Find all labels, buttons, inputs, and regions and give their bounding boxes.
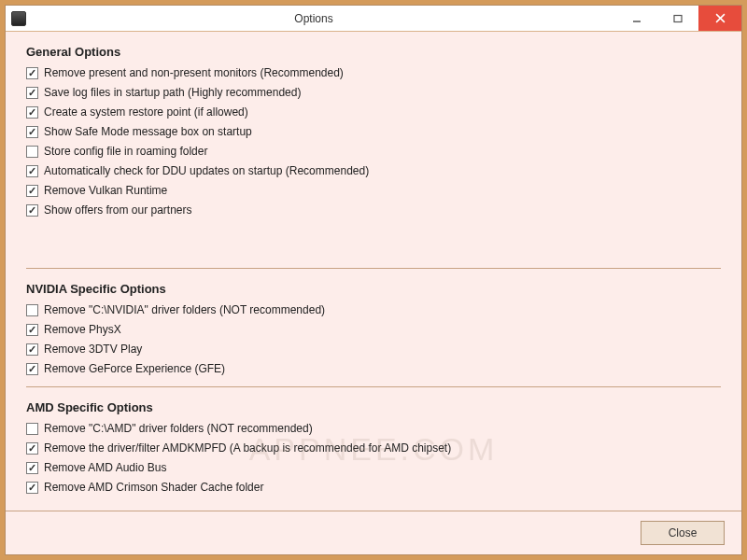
general-option-label: Save log files in startup path (Highly r… <box>44 84 301 101</box>
amd-checkbox[interactable] <box>26 423 38 435</box>
nvidia-checkbox[interactable] <box>26 324 38 336</box>
nvidia-checkbox[interactable] <box>26 363 38 375</box>
general-option-label: Automatically check for DDU updates on s… <box>44 162 369 179</box>
nvidia-section-title: NVIDIA Specific Options <box>26 282 721 296</box>
amd-checkbox[interactable] <box>26 482 38 494</box>
general-checkbox[interactable] <box>26 67 38 79</box>
nvidia-option-row: Remove GeForce Experience (GFE) <box>26 360 721 377</box>
general-option-row: Automatically check for DDU updates on s… <box>26 162 721 179</box>
general-option-row: Store config file in roaming folder <box>26 143 721 160</box>
amd-option-label: Remove AMD Audio Bus <box>44 459 166 476</box>
nvidia-option-row: Remove 3DTV Play <box>26 341 721 357</box>
nvidia-option-label: Remove 3DTV Play <box>44 341 142 357</box>
general-option-row: Remove Vulkan Runtime <box>26 182 721 199</box>
general-option-label: Create a system restore point (if allowe… <box>44 104 248 120</box>
general-checkbox[interactable] <box>26 126 38 138</box>
amd-option-label: Remove AMD Crimson Shader Cache folder <box>44 479 263 496</box>
close-button[interactable]: Close <box>641 521 725 545</box>
amd-option-row: Remove the driver/filter AMDKMPFD (A bac… <box>26 440 721 456</box>
amd-options-group: Remove "C:\AMD" driver folders (NOT reco… <box>26 420 721 496</box>
separator <box>26 386 721 387</box>
nvidia-checkbox[interactable] <box>26 343 38 356</box>
amd-checkbox[interactable] <box>26 462 38 474</box>
maximize-icon <box>673 14 683 23</box>
general-checkbox[interactable] <box>26 146 38 158</box>
options-window: Options General Options Remove present a… <box>5 5 742 555</box>
amd-option-label: Remove the driver/filter AMDKMPFD (A bac… <box>44 440 451 456</box>
nvidia-option-label: Remove "C:\NVIDIA" driver folders (NOT r… <box>44 301 325 318</box>
titlebar: Options <box>6 6 741 32</box>
amd-option-row: Remove AMD Audio Bus <box>26 459 721 476</box>
svg-rect-1 <box>674 15 682 21</box>
separator <box>26 268 721 269</box>
minimize-button[interactable] <box>616 6 657 31</box>
general-option-label: Show Safe Mode message box on startup <box>44 123 252 140</box>
general-option-label: Store config file in roaming folder <box>44 143 207 160</box>
general-option-label: Show offers from our partners <box>44 202 192 218</box>
general-option-label: Remove present and non-present monitors … <box>44 64 344 81</box>
general-option-row: Save log files in startup path (Highly r… <box>26 84 721 101</box>
maximize-button[interactable] <box>657 6 698 31</box>
general-option-row: Show offers from our partners <box>26 202 721 218</box>
general-checkbox[interactable] <box>26 106 38 119</box>
general-options-group: Remove present and non-present monitors … <box>26 64 721 218</box>
content-area: General Options Remove present and non-p… <box>6 32 741 511</box>
general-option-row: Show Safe Mode message box on startup <box>26 123 721 140</box>
nvidia-options-group: Remove "C:\NVIDIA" driver folders (NOT r… <box>26 301 721 377</box>
general-option-row: Remove present and non-present monitors … <box>26 64 721 81</box>
amd-option-row: Remove AMD Crimson Shader Cache folder <box>26 479 721 496</box>
general-section-title: General Options <box>26 45 721 59</box>
nvidia-option-row: Remove PhysX <box>26 321 721 338</box>
amd-section-title: AMD Specific Options <box>26 400 721 414</box>
close-icon <box>715 13 726 23</box>
amd-checkbox[interactable] <box>26 442 38 455</box>
general-checkbox[interactable] <box>26 165 38 177</box>
general-checkbox[interactable] <box>26 185 38 197</box>
general-checkbox[interactable] <box>26 204 38 217</box>
amd-option-label: Remove "C:\AMD" driver folders (NOT reco… <box>44 420 313 437</box>
nvidia-option-row: Remove "C:\NVIDIA" driver folders (NOT r… <box>26 301 721 318</box>
nvidia-checkbox[interactable] <box>26 304 38 316</box>
window-title: Options <box>11 12 616 25</box>
footer: Close <box>6 511 741 554</box>
amd-option-row: Remove "C:\AMD" driver folders (NOT reco… <box>26 420 721 437</box>
minimize-icon <box>632 14 641 23</box>
general-checkbox[interactable] <box>26 87 38 99</box>
general-option-row: Create a system restore point (if allowe… <box>26 104 721 120</box>
general-option-label: Remove Vulkan Runtime <box>44 182 167 199</box>
window-controls <box>616 6 741 31</box>
nvidia-option-label: Remove PhysX <box>44 321 121 338</box>
nvidia-option-label: Remove GeForce Experience (GFE) <box>44 360 225 377</box>
window-close-button[interactable] <box>698 6 741 31</box>
